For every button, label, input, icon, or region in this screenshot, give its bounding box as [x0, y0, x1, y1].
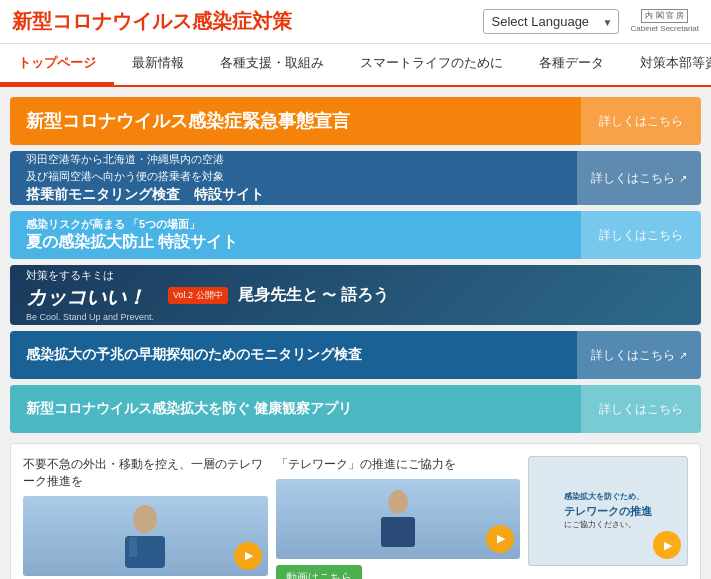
cool-sub: Be Cool. Stand Up and Prevent.: [26, 312, 154, 322]
monitoring-btn[interactable]: 詳しくはこちら: [577, 151, 701, 205]
cool-label-left: 対策をするキミは: [26, 268, 154, 283]
video-title-2: 「テレワーク」の推進にご協力を: [276, 456, 521, 473]
svg-point-3: [388, 490, 408, 514]
cool-banner-vol: Vol.2 公開中: [168, 287, 228, 304]
svg-point-0: [133, 505, 157, 533]
video-section: 不要不急の外出・移動を控え、一層のテレワーク推進を 動画はこちら 「テレワーク」…: [10, 443, 701, 579]
emergency-btn[interactable]: 詳しくはこちら: [581, 97, 701, 145]
title-highlight: 感染症対策: [192, 10, 292, 32]
monitoring2-banner: 感染拡大の予兆の早期探知のためのモニタリング検査 詳しくはこちら: [10, 331, 701, 379]
cool-label-main: カッコいい！: [26, 284, 154, 311]
cool-banner-right: 尾身先生と 〜 語ろう: [238, 285, 389, 306]
title-prefix: 新型コロナウイルス: [12, 10, 192, 32]
cool-banner-left: 対策をするキミは カッコいい！ Be Cool. Stand Up and Pr…: [26, 268, 154, 322]
app-btn[interactable]: 詳しくはこちら: [581, 385, 701, 433]
cabinet-logo: 内 閣 官 房 Cabinet Secretariat: [631, 9, 699, 35]
poster-text: 感染拡大を防ぐため、 テレワークの推進 にご協力ください。: [564, 491, 652, 532]
person-illustration: [115, 501, 175, 571]
play-btn-1[interactable]: [234, 542, 262, 570]
play-btn-3[interactable]: [653, 531, 681, 559]
cabinet-logo-box: 内 閣 官 房: [641, 9, 688, 23]
header: 新型コロナウイルス感染症対策 Select Language ▼ 内 閣 官 房…: [0, 0, 711, 44]
header-right: Select Language ▼ 内 閣 官 房 Cabinet Secret…: [483, 9, 699, 35]
nav-item-support[interactable]: 各種支援・取組み: [202, 44, 342, 85]
video-title-1: 不要不急の外出・移動を控え、一層のテレワーク推進を: [23, 456, 268, 490]
monitoring-sub: 羽田空港等から北海道・沖縄県内の空港: [26, 152, 224, 167]
summer-btn[interactable]: 詳しくはこちら: [581, 211, 701, 259]
site-title: 新型コロナウイルス感染症対策: [12, 8, 292, 35]
summer-main: 夏の感染拡大防止 特設サイト: [26, 232, 238, 253]
video-thumb-1: [23, 496, 268, 576]
emergency-text: 新型コロナウイルス感染症緊急事態宣言: [26, 109, 350, 133]
watch-btn-2[interactable]: 動画はこちら: [276, 565, 362, 579]
monitoring-sub2: 及び福岡空港へ向かう便の搭乗者を対象: [26, 169, 224, 184]
summer-sub: 感染リスクが高まる 「5つの場面」: [26, 217, 200, 232]
nav-item-news[interactable]: 最新情報: [114, 44, 202, 85]
svg-rect-4: [381, 517, 415, 547]
monitoring-banner-text: 羽田空港等から北海道・沖縄県内の空港 及び福岡空港へ向かう便の搭乗者を対象 搭乗…: [10, 152, 577, 204]
cool-banner: 対策をするキミは カッコいい！ Be Cool. Stand Up and Pr…: [10, 265, 701, 325]
app-banner: 新型コロナウイルス感染拡大を防ぐ 健康観察アプリ 詳しくはこちら: [10, 385, 701, 433]
language-selector-wrapper: Select Language ▼: [483, 9, 619, 34]
language-select[interactable]: Select Language: [483, 9, 619, 34]
person-illustration-2: [373, 484, 423, 554]
monitoring-main: 搭乗前モニタリング検査 特設サイト: [26, 186, 264, 204]
main-content: 新型コロナウイルス感染症緊急事態宣言 詳しくはこちら 羽田空港等から北海道・沖縄…: [0, 87, 711, 579]
navigation: トップページ 最新情報 各種支援・取組み スマートライフのために 各種データ 対…: [0, 44, 711, 87]
monitoring-banner: 羽田空港等から北海道・沖縄県内の空港 及び福岡空港へ向かう便の搭乗者を対象 搭乗…: [10, 151, 701, 205]
video-card-3: 感染拡大を防ぐため、 テレワークの推進 にご協力ください。: [528, 456, 688, 579]
monitoring2-text: 感染拡大の予兆の早期探知のためのモニタリング検査: [10, 346, 577, 364]
video-thumb-3: 感染拡大を防ぐため、 テレワークの推進 にご協力ください。: [528, 456, 688, 566]
app-banner-text: 新型コロナウイルス感染拡大を防ぐ 健康観察アプリ: [10, 400, 581, 418]
emergency-banner: 新型コロナウイルス感染症緊急事態宣言 詳しくはこちら: [10, 97, 701, 145]
summer-banner-text: 感染リスクが高まる 「5つの場面」 夏の感染拡大防止 特設サイト: [10, 217, 581, 253]
monitoring2-btn[interactable]: 詳しくはこちら: [577, 331, 701, 379]
summer-banner: 感染リスクが高まる 「5つの場面」 夏の感染拡大防止 特設サイト 詳しくはこちら: [10, 211, 701, 259]
nav-item-smartlife[interactable]: スマートライフのために: [342, 44, 521, 85]
video-card-2: 「テレワーク」の推進にご協力を 動画はこちら: [276, 456, 521, 579]
emergency-banner-text: 新型コロナウイルス感染症緊急事態宣言: [10, 109, 581, 133]
cabinet-subtitle: Cabinet Secretariat: [631, 24, 699, 34]
nav-item-top[interactable]: トップページ: [0, 44, 114, 85]
svg-rect-2: [129, 537, 137, 557]
play-btn-2[interactable]: [486, 525, 514, 553]
nav-item-docs[interactable]: 対策本部等資料: [622, 44, 711, 85]
video-thumb-2: [276, 479, 521, 559]
cool-banner-inner: 対策をするキミは カッコいい！ Be Cool. Stand Up and Pr…: [10, 268, 701, 322]
nav-item-data[interactable]: 各種データ: [521, 44, 622, 85]
video-card-1: 不要不急の外出・移動を控え、一層のテレワーク推進を 動画はこちら: [23, 456, 268, 579]
